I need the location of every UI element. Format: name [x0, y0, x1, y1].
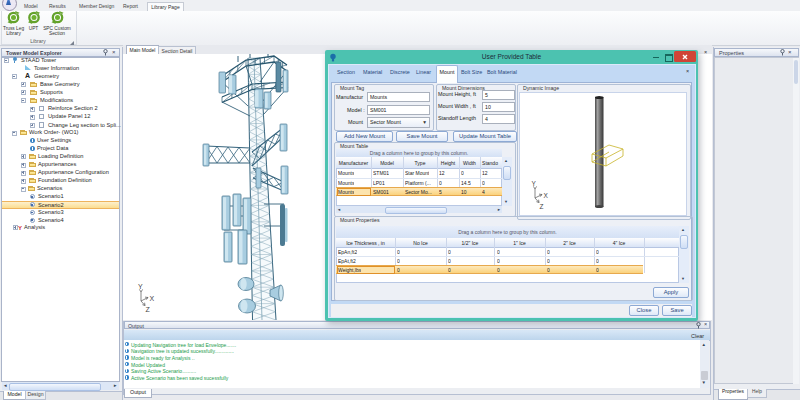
svg-text:Z: Z: [146, 306, 151, 313]
svg-text:Z: Z: [540, 203, 544, 210]
svg-text:Y: Y: [138, 283, 143, 290]
svg-text:X: X: [544, 192, 549, 199]
svg-text:Y: Y: [532, 180, 537, 187]
svg-text:X: X: [150, 295, 155, 302]
